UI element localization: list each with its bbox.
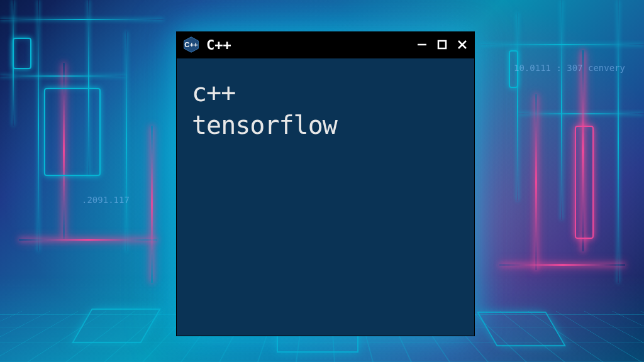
svg-text:C++: C++ bbox=[184, 41, 198, 48]
maximize-button[interactable] bbox=[436, 38, 448, 51]
minimize-button[interactable] bbox=[416, 38, 428, 51]
cpp-icon: C++ bbox=[182, 36, 200, 53]
window-controls bbox=[416, 38, 469, 51]
svg-rect-3 bbox=[438, 41, 446, 48]
titlebar[interactable]: C++ C++ bbox=[176, 31, 475, 58]
close-button[interactable] bbox=[456, 38, 469, 51]
code-line-2: tensorflow bbox=[192, 109, 459, 141]
bg-text-left: .2091.117 bbox=[82, 195, 130, 205]
code-line-1: c++ bbox=[192, 76, 459, 109]
terminal-content: c++ tensorflow bbox=[176, 58, 475, 336]
terminal-window: C++ C++ c++ tensorflow bbox=[176, 31, 475, 336]
window-title: C++ bbox=[206, 37, 409, 53]
bg-text-right: 10.0111 : 307 cenvery bbox=[514, 63, 625, 73]
